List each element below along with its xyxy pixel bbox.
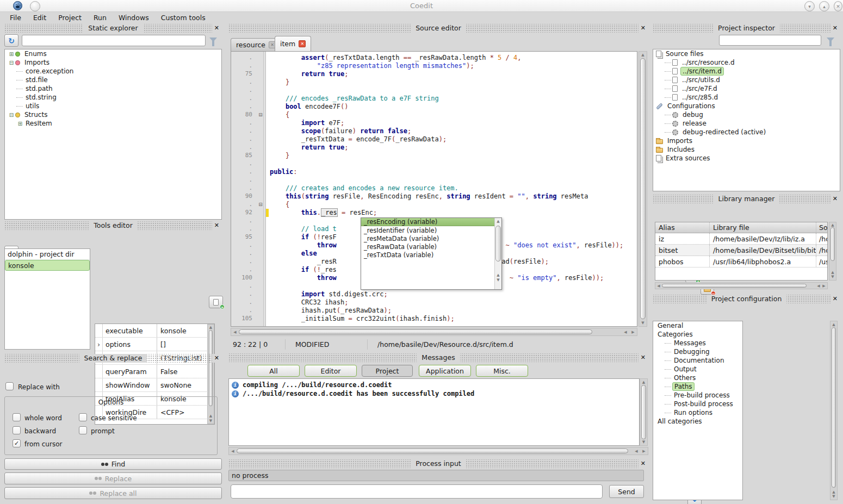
- prompt-checkbox[interactable]: [79, 426, 87, 434]
- close-panel-icon[interactable]: ✕: [212, 221, 221, 230]
- message-item[interactable]: icompiling /.../build/resource.d.coedit: [229, 381, 639, 389]
- code-line[interactable]: . ihash.put(_resRawData);: [231, 307, 637, 315]
- tab-resource[interactable]: resource ✕: [231, 38, 281, 51]
- filter-clear-button[interactable]: [827, 36, 838, 47]
- completion-item[interactable]: _resEncoding (variable): [361, 218, 494, 226]
- find-button[interactable]: Find: [4, 458, 222, 470]
- close-panel-icon[interactable]: ✕: [830, 295, 840, 303]
- tree-item[interactable]: Extra sources: [653, 154, 840, 163]
- code-line[interactable]: . import e7F;: [231, 119, 637, 127]
- code-line[interactable]: . import std.digest.crc;: [231, 290, 637, 298]
- code-line[interactable]: . /// creates and encodes a new resource…: [231, 184, 637, 192]
- menu-file[interactable]: File: [4, 13, 27, 23]
- tree-item[interactable]: ⊟Structs: [5, 110, 221, 119]
- tree-item[interactable]: Paths: [653, 382, 742, 391]
- close-window-button[interactable]: ✕: [834, 1, 842, 11]
- code-line[interactable]: . bool encodee7F(): [231, 103, 637, 111]
- filter-clear-button[interactable]: [209, 36, 220, 47]
- tree-item[interactable]: std.string: [5, 93, 221, 102]
- close-panel-icon[interactable]: ✕: [639, 353, 648, 362]
- tree-item[interactable]: Run options: [653, 408, 742, 417]
- code-line[interactable]: . "z85 representation length mismatches"…: [231, 62, 637, 70]
- tree-item[interactable]: Categories: [653, 330, 742, 339]
- code-line[interactable]: 85 }: [231, 152, 637, 160]
- close-panel-icon[interactable]: ✕: [830, 24, 840, 33]
- code-line[interactable]: 90 this(string resFile, ResEncoding resE…: [231, 192, 637, 201]
- tree-item[interactable]: Configurations: [653, 102, 840, 110]
- tree-item[interactable]: ../src/resource.d: [653, 58, 840, 67]
- tree-item[interactable]: ../src/utils.d: [653, 76, 840, 84]
- menu-edit[interactable]: Edit: [28, 13, 52, 23]
- expander-icon[interactable]: ⊟: [8, 112, 15, 118]
- replace-with-checkbox[interactable]: [5, 382, 14, 390]
- tree-item[interactable]: ⊞ResItem: [5, 119, 221, 128]
- code-line[interactable]: 105 _initialSum = crc322uint(ihash.finis…: [231, 315, 637, 323]
- editor-vscrollbar[interactable]: ▲ ▼: [639, 51, 647, 327]
- tree-item[interactable]: ⊟Imports: [5, 58, 221, 67]
- case-sensitive-checkbox[interactable]: [79, 413, 87, 421]
- replace-all-button[interactable]: Replace all: [4, 487, 222, 499]
- configuration-vscrollbar[interactable]: ▲ ▲ ▼: [830, 321, 838, 500]
- maximize-button[interactable]: ▴: [819, 1, 829, 11]
- backward-checkbox[interactable]: [13, 426, 21, 434]
- close-panel-icon[interactable]: ✕: [212, 354, 221, 363]
- code-line[interactable]: . }: [231, 78, 637, 86]
- tree-item[interactable]: core.exception: [5, 67, 221, 76]
- messages-filter-project[interactable]: Project: [362, 365, 413, 377]
- tree-item[interactable]: debug: [653, 110, 840, 119]
- execute-tool-button[interactable]: »: [209, 296, 223, 308]
- send-button[interactable]: Send: [609, 485, 644, 498]
- tree-item[interactable]: Output: [653, 365, 742, 374]
- library-hscrollbar[interactable]: ◀ ◀ ▶: [655, 282, 828, 289]
- code-line[interactable]: . assert(_resTxtData.length == _resRawDa…: [231, 54, 637, 62]
- close-panel-icon[interactable]: ✕: [212, 24, 221, 33]
- code-line[interactable]: .: [231, 176, 637, 184]
- menu-custom-tools[interactable]: Custom tools: [156, 13, 211, 23]
- property-row[interactable]: ›options[]: [95, 338, 214, 351]
- tree-item[interactable]: Source files: [653, 49, 840, 58]
- tree-item[interactable]: ../src/item.d: [653, 67, 840, 76]
- tree-item[interactable]: Debugging: [653, 347, 742, 356]
- property-row[interactable]: executablekonsole: [95, 324, 214, 338]
- code-editor[interactable]: . assert(_resTxtData.length == _resRawDa…: [231, 51, 637, 327]
- from-cursor-checkbox[interactable]: ✓: [13, 439, 21, 447]
- code-line[interactable]: . CRC32 ihash;: [231, 298, 637, 307]
- close-panel-icon[interactable]: ✕: [639, 459, 648, 468]
- expander-icon[interactable]: ⊞: [16, 121, 24, 127]
- property-row[interactable]: showWindowswoNone: [95, 378, 214, 392]
- code-line[interactable]: 80⊟ {: [231, 111, 637, 119]
- tree-item[interactable]: General: [653, 321, 742, 330]
- tool-list-item[interactable]: konsole: [5, 260, 90, 271]
- tree-item[interactable]: ⊞Enums: [5, 49, 221, 58]
- code-line[interactable]: 75 return true;: [231, 70, 637, 78]
- code-line[interactable]: .⊟ {: [231, 201, 637, 209]
- editor-hscrollbar[interactable]: ◀ ◀ ▶: [231, 328, 637, 336]
- tree-item[interactable]: Includes: [653, 145, 840, 154]
- messages-filter-misc[interactable]: Misc.: [476, 365, 528, 377]
- tree-item[interactable]: std.path: [5, 84, 221, 93]
- code-line[interactable]: . _resTxtData = encode_7F(_resRawData);: [231, 135, 637, 144]
- tree-item[interactable]: Imports: [653, 136, 840, 145]
- close-tab-icon[interactable]: ✕: [299, 40, 306, 47]
- tool-list-item[interactable]: dolphin - project dir: [5, 249, 90, 260]
- code-line[interactable]: . return true;: [231, 144, 637, 152]
- process-input-field[interactable]: [231, 484, 603, 499]
- close-panel-icon[interactable]: ✕: [639, 24, 648, 33]
- completion-item[interactable]: _resRawData (variable): [361, 242, 494, 251]
- tree-item[interactable]: debug-redirected (active): [653, 128, 840, 136]
- refresh-button[interactable]: ↻: [4, 34, 18, 47]
- tree-item[interactable]: Pre-build process: [653, 391, 742, 400]
- completion-item[interactable]: _resTxtData (variable): [361, 251, 494, 259]
- tree-item[interactable]: Post-build process: [653, 400, 742, 408]
- messages-hscrollbar[interactable]: ◀ ◀ ▶: [228, 447, 648, 455]
- static-explorer-search-input[interactable]: [22, 35, 206, 46]
- messages-filter-all[interactable]: All: [247, 365, 300, 377]
- messages-filter-editor[interactable]: Editor: [305, 365, 357, 377]
- message-item[interactable]: i/.../build/resource.d.coedit has been s…: [229, 389, 639, 398]
- close-panel-icon[interactable]: ✕: [830, 195, 840, 203]
- library-row[interactable]: bitset/home/basile/Dev/Bitset/lib/bitse/…: [655, 245, 827, 256]
- menu-project[interactable]: Project: [53, 13, 87, 23]
- code-line[interactable]: . scope(failure) return false;: [231, 127, 637, 135]
- replace-button[interactable]: Replace: [4, 472, 222, 484]
- menu-windows[interactable]: Windows: [113, 13, 154, 23]
